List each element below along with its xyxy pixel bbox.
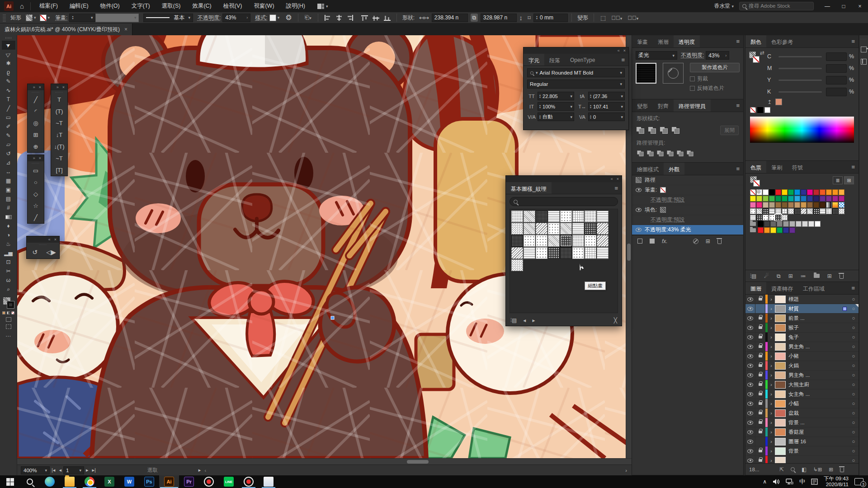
visibility-toggle[interactable] [745,399,755,408]
pattern-cell-2[interactable] [536,211,547,222]
corner-radius-field[interactable]: ▴▾0 mm [533,14,568,22]
swatch-2-14[interactable] [839,202,844,208]
swatch-0-0[interactable] [750,189,756,195]
swatch-5-2[interactable] [770,221,776,227]
swatch-2-2[interactable] [763,202,769,208]
lock-toggle[interactable] [755,389,765,399]
shape-width-field[interactable]: 238.394 n [432,14,468,22]
target-circle[interactable]: ○ [849,315,859,321]
tab-opentype[interactable]: OpenType [565,54,600,66]
visibility-toggle[interactable] [745,295,755,304]
lock-toggle[interactable] [755,314,765,323]
expand-icon[interactable]: › [768,325,775,330]
swatch-3-6[interactable] [788,208,794,214]
swatch-2-4[interactable] [775,202,781,208]
taskbar-chrome[interactable] [80,475,99,488]
tab-pattern-library[interactable]: 基本圖樣_紋理 [506,182,552,194]
pattern-cell-24[interactable] [511,247,523,259]
visibility-toggle[interactable] [745,361,755,370]
network-icon[interactable] [786,479,793,485]
perspective-grid-tool[interactable]: ▤ [2,194,15,203]
swatch-3-14[interactable] [839,208,844,214]
lock-toggle[interactable] [755,427,765,436]
menu-item-1[interactable]: 編輯(E) [64,0,94,12]
pattern-cell-25[interactable] [524,247,535,259]
swatch-3-10[interactable] [813,208,819,214]
rectangular-grid-tool[interactable]: ⊞ [28,129,44,141]
color-group-folder-icon[interactable] [750,222,756,226]
new-effect-icon[interactable]: fx. [662,238,668,244]
recolor-artwork-icon[interactable]: ❂ [286,14,292,22]
swatch-3-3[interactable] [769,208,775,214]
make-mask-icon[interactable]: ◧ [802,466,807,473]
swatch-3-2[interactable] [763,208,769,214]
swatch-0-14[interactable] [839,189,844,195]
tab-color[interactable]: 顏色 [745,35,766,47]
swatch-5-9[interactable] [815,221,821,227]
target-circle[interactable]: ○ [849,458,859,463]
taskbar-recorder[interactable] [199,475,219,488]
direct-selection-tool[interactable]: ▷ [2,50,15,59]
dropdown-icon[interactable]: ▾ [621,104,623,109]
visibility-toggle[interactable] [745,418,755,427]
swatch-3-0[interactable] [750,208,756,214]
layer-row-女主角 ...[interactable]: ›女主角 ...○ [745,389,859,399]
close-button[interactable]: × [852,0,868,12]
swatch-3-5[interactable] [782,208,788,214]
line-tool[interactable]: ╱ [28,211,44,223]
star-tool[interactable]: ☆ [28,200,44,211]
vert-scale-control[interactable]: IT▴▾100%▾ [527,102,574,111]
panel-menu-icon[interactable]: ≡ [848,161,859,173]
column-graph-tool[interactable]: ▂▅ [2,249,15,258]
line-segment-tool[interactable]: ╱ [2,104,15,113]
expand-icon[interactable]: › [768,363,775,368]
tab-stroke[interactable]: 筆畫 [632,35,653,47]
pattern-cell-3[interactable] [548,211,560,222]
none-mode-icon[interactable] [11,311,14,314]
pattern-cell-31[interactable] [597,247,609,259]
layer-row-大熊主廚[interactable]: ›大熊主廚○ [745,380,859,389]
lock-toggle[interactable] [755,456,765,463]
close-icon[interactable]: × [39,85,41,89]
intersect-icon[interactable] [660,127,668,134]
target-circle[interactable]: ○ [849,372,859,378]
dropdown-icon[interactable]: ▾ [570,104,572,109]
invert-mask-checkbox[interactable] [690,86,695,91]
expand-icon[interactable]: › [768,439,775,444]
swatch-0-11[interactable] [820,189,826,195]
prev-library-icon[interactable]: ◂ [523,317,526,324]
menu-item-2[interactable]: 物件(O) [94,0,126,12]
transform-link[interactable]: 變形 [577,14,588,22]
edit-pattern-icon[interactable]: ╳ [614,317,617,324]
horizontal-scroll-thumb[interactable] [407,460,429,464]
crop-icon[interactable] [667,150,674,156]
stepper[interactable]: ▴▾ [590,94,591,99]
lock-toggle[interactable] [755,352,765,361]
pattern-cell-8[interactable] [511,223,523,235]
layer-row-圖層 16[interactable]: ›圖層 16○ [745,437,859,446]
close-icon[interactable]: × [623,48,626,53]
swatch-4-0[interactable] [750,215,756,221]
taskbar-recorder2[interactable] [239,475,259,488]
close-icon[interactable]: × [39,156,41,160]
swatch-2-6[interactable] [788,202,794,208]
slice-tool[interactable]: ✂ [2,267,15,276]
delete-layer-icon[interactable] [840,468,844,472]
target-circle[interactable]: ○ [849,334,859,340]
expand-icon[interactable]: › [768,334,775,340]
shape-builder-tool[interactable]: ▣ [2,185,15,194]
swatch-6-0[interactable] [758,227,764,233]
draw-normal-icon[interactable] [6,317,11,322]
style-swatch[interactable] [269,14,276,21]
layer-row-前景 ...[interactable]: ›前景 ...○ [745,314,859,323]
eye-icon[interactable] [636,228,642,232]
pattern-cell-7[interactable] [597,211,609,222]
swatch-1-9[interactable] [807,196,813,202]
swatch-kinds-icon[interactable]: ⧉ [777,273,781,279]
tab-align[interactable]: 對齊 [653,99,674,112]
layer-row-小貓[interactable]: ›小貓○ [745,399,859,408]
layer-row-partial[interactable]: ›○ [745,456,859,463]
swatch-3-13[interactable] [832,208,838,214]
3d-panel-icon[interactable] [861,47,867,52]
swatch-3-1[interactable] [756,208,762,214]
